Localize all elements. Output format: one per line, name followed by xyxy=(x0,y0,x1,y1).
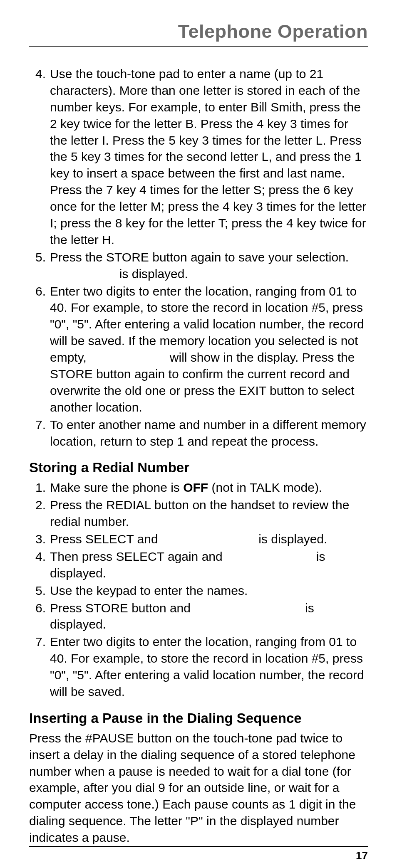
list-item: 4. Then press SELECT again and is displa… xyxy=(29,548,368,582)
page-footer: 17 xyxy=(29,846,368,862)
list-item: 6. Press STORE button and is displayed. xyxy=(29,600,368,633)
list-item: 5. Press the STORE button again to save … xyxy=(29,249,368,282)
item-text: Make sure the phone is OFF (not in TALK … xyxy=(50,481,322,494)
item-number: 2. xyxy=(29,497,46,513)
item-text: Use the keypad to enter the names. xyxy=(50,584,248,597)
list-item: 2. Press the REDIAL button on the handse… xyxy=(29,497,368,530)
item-number: 6. xyxy=(29,283,46,300)
item-number: 4. xyxy=(29,548,46,565)
item-text: Enter two digits to enter the location, … xyxy=(50,284,364,414)
list-item: 7. To enter another name and number in a… xyxy=(29,417,368,450)
item-text: Then press SELECT again and is displayed… xyxy=(50,550,325,580)
item-text: Press the REDIAL button on the handset t… xyxy=(50,498,349,528)
redial-list: 1. Make sure the phone is OFF (not in TA… xyxy=(29,479,368,700)
item-number: 5. xyxy=(29,249,46,266)
item-number: 3. xyxy=(29,531,46,547)
page-number: 17 xyxy=(356,849,368,862)
item-text: Enter two digits to enter the location, … xyxy=(50,635,364,698)
continued-list: 4. Use the touch-tone pad to enter a nam… xyxy=(29,66,368,449)
item-text: Press STORE button and is displayed. xyxy=(50,601,314,631)
item-number: 5. xyxy=(29,582,46,599)
list-item: 3. Press SELECT and is displayed. xyxy=(29,531,368,547)
item-text: Use the touch-tone pad to enter a name (… xyxy=(50,67,366,247)
list-item: 1. Make sure the phone is OFF (not in TA… xyxy=(29,479,368,496)
item-number: 7. xyxy=(29,417,46,433)
list-item: 5. Use the keypad to enter the names. xyxy=(29,582,368,599)
item-number: 7. xyxy=(29,634,46,650)
item-number: 1. xyxy=(29,479,46,496)
page: Telephone Operation 4. Use the touch-ton… xyxy=(0,0,397,868)
section-heading-pause: Inserting a Pause in the Dialing Sequenc… xyxy=(29,709,368,727)
list-item: 6. Enter two digits to enter the locatio… xyxy=(29,283,368,416)
item-text: Press SELECT and is displayed. xyxy=(50,532,327,546)
list-item: 4. Use the touch-tone pad to enter a nam… xyxy=(29,66,368,248)
item-text: To enter another name and number in a di… xyxy=(50,418,366,448)
section-heading-redial: Storing a Redial Number xyxy=(29,459,368,477)
list-item: 7. Enter two digits to enter the locatio… xyxy=(29,634,368,700)
content-area: 4. Use the touch-tone pad to enter a nam… xyxy=(29,66,368,846)
item-number: 6. xyxy=(29,600,46,616)
item-text: Press the STORE button again to save you… xyxy=(50,250,349,281)
item-number: 4. xyxy=(29,66,46,82)
page-title: Telephone Operation xyxy=(29,21,368,47)
pause-paragraph: Press the #PAUSE button on the touch-ton… xyxy=(29,730,368,846)
